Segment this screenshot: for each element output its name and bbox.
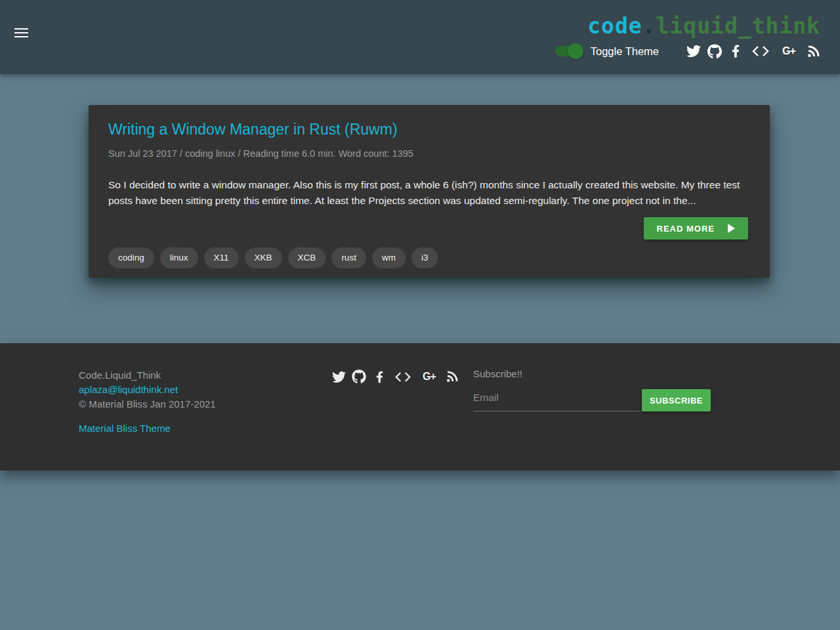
code-icon[interactable] xyxy=(392,369,413,384)
post-excerpt: So I decided to write a window manager. … xyxy=(108,177,748,209)
logo-code-text: code xyxy=(587,13,642,39)
rss-icon[interactable] xyxy=(806,44,820,58)
subscribe-heading: Subscribe!! xyxy=(473,368,719,379)
tag-rust[interactable]: rust xyxy=(331,247,366,268)
tag-x11[interactable]: X11 xyxy=(204,247,239,268)
google-plus-icon[interactable]: G+ xyxy=(778,44,799,58)
footer-email-link[interactable]: aplaza@liquidthink.net xyxy=(79,383,178,397)
email-input[interactable] xyxy=(473,388,641,411)
header-controls: Toggle Theme G+ xyxy=(555,44,820,58)
tag-wm[interactable]: wm xyxy=(372,247,406,268)
read-more-row: READ MORE xyxy=(108,217,748,240)
header-right: code.liquid_think Toggle Theme xyxy=(555,14,820,58)
subscribe-form: SUBSCRIBE xyxy=(473,388,719,411)
code-icon[interactable] xyxy=(749,44,772,58)
menu-icon[interactable] xyxy=(14,28,28,37)
tag-i3[interactable]: i3 xyxy=(411,247,438,268)
header-social-icons: G+ xyxy=(686,44,820,58)
footer-subscribe: Subscribe!! SUBSCRIBE xyxy=(473,368,719,471)
menu-bar xyxy=(14,36,28,37)
footer: Code.Liquid_Think aplaza@liquidthink.net… xyxy=(0,343,840,471)
twitter-icon[interactable] xyxy=(686,44,701,58)
logo-dot-text: . xyxy=(642,13,656,39)
subscribe-button[interactable]: SUBSCRIBE xyxy=(642,389,711,411)
site-logo[interactable]: code.liquid_think xyxy=(587,14,820,38)
tag-xkb[interactable]: XKB xyxy=(245,247,282,268)
tag-list: coding linux X11 XKB XCB rust wm i3 xyxy=(108,247,748,268)
theme-toggle-knob xyxy=(568,43,583,59)
menu-bar xyxy=(14,32,28,33)
theme-toggle[interactable] xyxy=(555,46,581,56)
facebook-icon[interactable] xyxy=(372,369,387,384)
post-title[interactable]: Writing a Window Manager in Rust (Ruwm) xyxy=(108,121,748,138)
github-icon[interactable] xyxy=(707,44,722,58)
header: code.liquid_think Toggle Theme xyxy=(0,0,840,74)
tag-xcb[interactable]: XCB xyxy=(288,247,326,268)
play-icon xyxy=(728,224,735,233)
footer-copyright: © Material Bliss Jan 2017-2021 xyxy=(79,397,331,411)
rss-icon[interactable] xyxy=(445,369,459,384)
theme-toggle-label: Toggle Theme xyxy=(591,45,659,58)
read-more-button[interactable]: READ MORE xyxy=(644,217,748,240)
google-plus-glyph: G+ xyxy=(423,371,436,383)
footer-info: Code.Liquid_Think aplaza@liquidthink.net… xyxy=(79,368,331,471)
post-meta: Sun Jul 23 2017 / coding linux / Reading… xyxy=(108,148,748,159)
twitter-icon[interactable] xyxy=(331,369,346,384)
footer-social-icons: G+ xyxy=(331,369,473,384)
footer-social: G+ xyxy=(331,368,473,471)
post-card: Writing a Window Manager in Rust (Ruwm) … xyxy=(89,105,770,278)
logo-rest-text: liquid_think xyxy=(656,13,820,39)
google-plus-glyph: G+ xyxy=(782,45,795,57)
read-more-label: READ MORE xyxy=(657,224,715,234)
footer-site-name: Code.Liquid_Think xyxy=(79,368,331,383)
footer-theme-link[interactable]: Material Bliss Theme xyxy=(79,421,171,436)
facebook-icon[interactable] xyxy=(728,44,743,58)
google-plus-icon[interactable]: G+ xyxy=(419,369,439,384)
tag-coding[interactable]: coding xyxy=(108,247,154,268)
menu-bar xyxy=(14,28,28,30)
github-icon[interactable] xyxy=(352,369,366,384)
tag-linux[interactable]: linux xyxy=(160,247,198,268)
